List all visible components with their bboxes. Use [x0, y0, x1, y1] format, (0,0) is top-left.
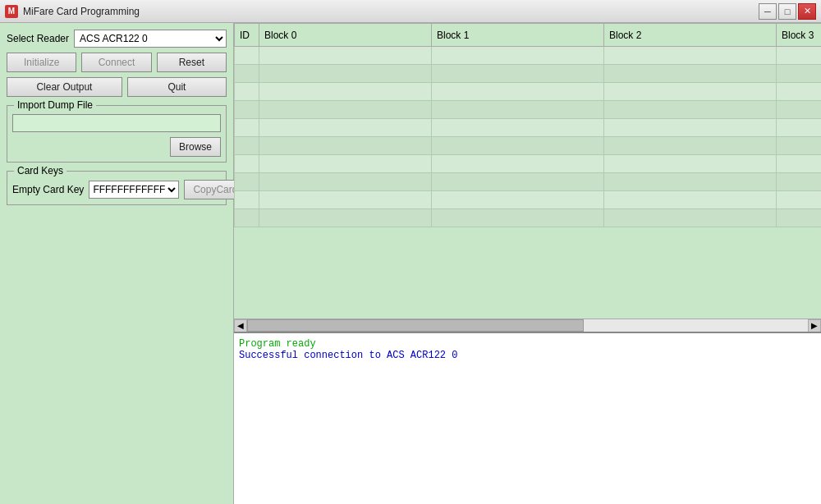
table-cell — [777, 47, 822, 65]
close-button[interactable]: ✕ — [798, 3, 816, 20]
app-title: MiFare Card Programming — [23, 6, 140, 17]
table-row — [235, 137, 822, 155]
quit-button[interactable]: Quit — [127, 77, 227, 97]
table-cell — [604, 137, 777, 155]
col-header-block3: Block 3 — [777, 24, 822, 47]
table-row — [235, 47, 822, 65]
minimize-button[interactable]: ─ — [759, 3, 777, 20]
title-bar: M MiFare Card Programming ─ □ ✕ — [0, 0, 821, 23]
left-panel: Select Reader ACS ACR122 0 Initialize Co… — [0, 23, 234, 504]
table-header-row: ID Block 0 Block 1 Block 2 Block 3 — [235, 24, 822, 47]
table-cell — [777, 137, 822, 155]
clear-output-button[interactable]: Clear Output — [7, 77, 122, 97]
table-row — [235, 191, 822, 209]
scroll-thumb[interactable] — [247, 319, 584, 332]
table-cell — [777, 191, 822, 209]
import-file-input[interactable] — [12, 114, 221, 132]
table-container[interactable]: ID Block 0 Block 1 Block 2 Block 3 — [234, 23, 821, 318]
table-cell — [777, 83, 822, 101]
table-cell — [432, 155, 604, 173]
table-cell — [604, 47, 777, 65]
table-cell — [259, 65, 432, 83]
table-cell — [235, 173, 259, 191]
table-cell — [235, 101, 259, 119]
table-area: ID Block 0 Block 1 Block 2 Block 3 — [234, 23, 821, 318]
col-header-block0: Block 0 — [259, 24, 432, 47]
table-cell — [604, 83, 777, 101]
key-select[interactable]: FFFFFFFFFFFF — [89, 181, 179, 199]
window-controls: ─ □ ✕ — [759, 3, 816, 20]
output-area: Program readySuccessful connection to AC… — [234, 332, 821, 504]
table-cell — [259, 173, 432, 191]
table-cell — [777, 65, 822, 83]
import-dump-file-group: Import Dump File Browse — [7, 105, 227, 163]
table-row — [235, 119, 822, 137]
reset-button[interactable]: Reset — [157, 53, 227, 72]
table-row — [235, 209, 822, 227]
app-icon: M — [5, 5, 18, 18]
table-cell — [432, 83, 604, 101]
col-header-id: ID — [235, 24, 259, 47]
import-group-label: Import Dump File — [14, 99, 96, 111]
table-cell — [777, 173, 822, 191]
table-cell — [604, 191, 777, 209]
table-row — [235, 83, 822, 101]
connect-button[interactable]: Connect — [81, 53, 151, 72]
init-connect-reset-row: Initialize Connect Reset — [7, 53, 227, 72]
scroll-track[interactable] — [247, 319, 808, 332]
table-cell — [604, 173, 777, 191]
initialize-button[interactable]: Initialize — [7, 53, 76, 72]
right-panel: ID Block 0 Block 1 Block 2 Block 3 ◀ — [234, 23, 821, 504]
table-cell — [259, 191, 432, 209]
table-row — [235, 65, 822, 83]
table-cell — [604, 209, 777, 227]
scroll-left-button[interactable]: ◀ — [234, 319, 247, 332]
table-cell — [432, 65, 604, 83]
table-cell — [777, 209, 822, 227]
table-cell — [432, 173, 604, 191]
reader-label: Select Reader — [7, 33, 69, 44]
table-row — [235, 173, 822, 191]
table-cell — [259, 155, 432, 173]
table-cell — [235, 155, 259, 173]
table-body — [235, 47, 822, 227]
table-cell — [235, 83, 259, 101]
table-row — [235, 101, 822, 119]
clear-quit-row: Clear Output Quit — [7, 77, 227, 97]
table-cell — [777, 101, 822, 119]
card-keys-label: Card Keys — [14, 165, 67, 176]
browse-button[interactable]: Browse — [170, 137, 221, 157]
reader-row: Select Reader ACS ACR122 0 — [7, 30, 227, 48]
horizontal-scrollbar[interactable]: ◀ ▶ — [234, 318, 821, 332]
table-cell — [235, 137, 259, 155]
maximize-button[interactable]: □ — [778, 3, 796, 20]
table-cell — [432, 137, 604, 155]
table-cell — [259, 119, 432, 137]
table-cell — [432, 209, 604, 227]
data-table: ID Block 0 Block 1 Block 2 Block 3 — [234, 23, 821, 227]
table-cell — [432, 47, 604, 65]
title-bar-left: M MiFare Card Programming — [5, 5, 140, 18]
table-cell — [777, 155, 822, 173]
table-cell — [777, 119, 822, 137]
table-cell — [235, 191, 259, 209]
table-cell — [259, 137, 432, 155]
table-cell — [235, 65, 259, 83]
table-cell — [432, 191, 604, 209]
scroll-right-button[interactable]: ▶ — [808, 319, 821, 332]
table-cell — [604, 155, 777, 173]
table-cell — [235, 47, 259, 65]
reader-select[interactable]: ACS ACR122 0 — [74, 30, 227, 48]
table-cell — [604, 119, 777, 137]
table-cell — [235, 209, 259, 227]
col-header-block1: Block 1 — [432, 24, 604, 47]
col-header-block2: Block 2 — [604, 24, 777, 47]
table-cell — [604, 65, 777, 83]
card-keys-content: Empty Card Key FFFFFFFFFFFF CopyCard — [12, 180, 221, 199]
browse-row: Browse — [12, 137, 221, 157]
table-cell — [235, 119, 259, 137]
empty-card-key-label: Empty Card Key — [12, 184, 84, 195]
table-cell — [432, 101, 604, 119]
table-cell — [604, 101, 777, 119]
table-cell — [259, 101, 432, 119]
